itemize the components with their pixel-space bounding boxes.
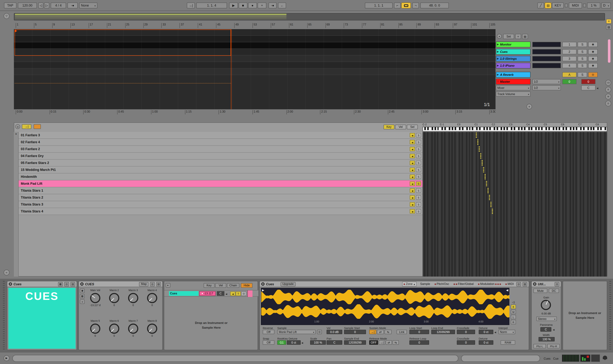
spinner-left-icon[interactable]: ◀ bbox=[301, 341, 303, 344]
black-key[interactable] bbox=[587, 127, 589, 130]
rootkey-detune-field[interactable]: 0 ct bbox=[287, 340, 301, 345]
device-header[interactable]: Util... ◎ bbox=[532, 281, 561, 287]
chain-row[interactable]: 01 Fanfare 3◀S bbox=[19, 132, 422, 139]
link-button[interactable]: Link bbox=[397, 330, 407, 334]
macro-knob[interactable] bbox=[128, 324, 138, 334]
notification-bell-icon[interactable] bbox=[603, 356, 607, 359]
chain-solo-button[interactable]: S bbox=[416, 154, 421, 158]
time-label[interactable]: 1:15 bbox=[185, 110, 192, 114]
chain-solo-button[interactable]: S bbox=[416, 209, 421, 213]
sampler-side-button-m[interactable]: M bbox=[511, 310, 516, 314]
bar-number[interactable]: 57 bbox=[271, 23, 275, 28]
view-toggle-r[interactable]: R bbox=[605, 87, 611, 92]
zone-marker[interactable] bbox=[483, 167, 484, 173]
bar-number[interactable]: 93 bbox=[435, 23, 439, 28]
device-header[interactable]: CUES Map ◎ ▤ bbox=[79, 281, 162, 287]
tab-key[interactable]: Key bbox=[204, 283, 215, 288]
hotswap-icon[interactable]: ◎ bbox=[588, 72, 598, 77]
fold-triangle-icon[interactable]: ▽ bbox=[4, 13, 10, 19]
zone-marker[interactable] bbox=[477, 140, 478, 145]
vertical-scrollbar[interactable] bbox=[608, 39, 611, 63]
zone-marker[interactable] bbox=[476, 133, 477, 138]
black-key[interactable] bbox=[518, 127, 520, 130]
loop-length-field[interactable]: 48. 0. 0 bbox=[420, 2, 449, 8]
arrangement-lane[interactable] bbox=[14, 68, 496, 75]
sustain-noloop-button[interactable]: →| bbox=[369, 330, 376, 334]
chain-activator-button[interactable]: ◀ bbox=[410, 133, 415, 137]
save-icon[interactable]: ▤ bbox=[523, 282, 527, 286]
chain-solo-button[interactable]: S bbox=[416, 202, 421, 207]
gain-value[interactable]: 6.00 dB bbox=[532, 312, 561, 315]
black-key[interactable] bbox=[600, 127, 602, 130]
sample-start-field[interactable]: 0 bbox=[344, 330, 366, 334]
black-key[interactable] bbox=[445, 127, 446, 130]
black-key[interactable] bbox=[573, 127, 574, 130]
bar-number[interactable]: 25 bbox=[125, 23, 129, 28]
clip-pad[interactable]: CUES bbox=[8, 288, 76, 349]
chain-row[interactable]: 05 Fanfare Stars 2◀S bbox=[19, 160, 422, 167]
chain-solo-button[interactable]: S bbox=[416, 140, 421, 144]
sampler-tab-midi[interactable]: MIDI bbox=[504, 282, 515, 286]
sampler-tab-sample[interactable]: Sample bbox=[419, 282, 431, 286]
chain-row[interactable]: Monk Pad Lift◀S bbox=[19, 180, 422, 187]
black-key[interactable] bbox=[538, 127, 540, 130]
routing-menu[interactable]: 1/2▾ bbox=[532, 85, 561, 90]
hotswap-icon[interactable]: ◎ bbox=[64, 282, 69, 286]
black-key[interactable] bbox=[452, 127, 453, 130]
macro-knob[interactable] bbox=[147, 324, 157, 334]
spinner-left-icon[interactable]: ◀ bbox=[494, 331, 496, 333]
black-key[interactable] bbox=[455, 127, 456, 130]
metronome-button[interactable]: ◦● bbox=[68, 2, 78, 8]
track-arm-button[interactable]: ◉ bbox=[588, 49, 598, 54]
nudge-up-button[interactable]: ▷ bbox=[44, 2, 49, 8]
chain-activator-button[interactable]: ◀ bbox=[410, 209, 415, 213]
track-play-icon[interactable]: ▶ bbox=[497, 73, 499, 76]
black-key[interactable] bbox=[462, 127, 463, 130]
bar-number[interactable]: 49 bbox=[234, 23, 239, 28]
black-key[interactable] bbox=[590, 127, 592, 130]
zone-marker[interactable] bbox=[482, 160, 483, 166]
sampler-side-button-r[interactable]: R bbox=[511, 320, 516, 324]
chain-activator-button[interactable]: ◀ bbox=[410, 175, 415, 179]
black-key[interactable] bbox=[556, 127, 557, 130]
bar-number[interactable]: 85 bbox=[398, 23, 403, 28]
hotswap-icon[interactable]: ◎ bbox=[516, 282, 521, 286]
zone-marker[interactable] bbox=[488, 188, 488, 194]
release-loop-field[interactable]: 0 bbox=[409, 340, 429, 345]
reverse-button[interactable]: Off bbox=[263, 330, 274, 334]
track-play-icon[interactable]: ▶ bbox=[497, 50, 499, 53]
loop-start-field[interactable]: 1. 1. 1 bbox=[365, 2, 393, 8]
rack-chain-pan[interactable]: C bbox=[217, 291, 224, 296]
bar-number[interactable]: 37 bbox=[180, 23, 184, 28]
chain-row[interactable]: Titania Stars 2◀S bbox=[19, 194, 422, 201]
bar-number[interactable]: 81 bbox=[380, 23, 384, 28]
follow-button[interactable]: →| bbox=[187, 2, 195, 8]
chain-row[interactable]: 04 Fanfare Dry◀S bbox=[19, 153, 422, 160]
master-pan-value[interactable]: C bbox=[581, 85, 596, 90]
track-play-icon[interactable]: ▶ bbox=[497, 57, 499, 60]
chain-activator-button[interactable]: ◀ bbox=[410, 182, 415, 186]
zone-marker[interactable] bbox=[492, 209, 493, 214]
tempo-field[interactable]: 120.00 bbox=[18, 2, 37, 8]
black-key[interactable] bbox=[558, 127, 560, 130]
black-key[interactable] bbox=[484, 127, 485, 130]
scale-field[interactable]: 100 % bbox=[310, 340, 326, 345]
loop-switch[interactable] bbox=[401, 2, 411, 8]
overdub-button[interactable]: + bbox=[258, 2, 266, 8]
save-icon[interactable]: ▤ bbox=[156, 282, 161, 286]
chain-activator-button[interactable]: ◀ bbox=[410, 195, 415, 200]
track-solo-button[interactable]: S bbox=[578, 72, 587, 77]
chain-activator-button[interactable]: ◀ bbox=[410, 168, 415, 172]
bar-number[interactable]: 17 bbox=[88, 23, 93, 28]
punch-in-button[interactable]: ⌐ bbox=[394, 2, 401, 8]
macro-knob[interactable] bbox=[90, 324, 100, 334]
macro-value[interactable]: 0 bbox=[124, 304, 142, 306]
track-solo-button[interactable]: S bbox=[578, 49, 587, 54]
black-key[interactable] bbox=[479, 127, 481, 130]
arrangement-lane[interactable] bbox=[14, 55, 496, 62]
spinner-left-icon[interactable]: ◀ bbox=[553, 328, 555, 331]
grid-icon[interactable]: ▦ bbox=[58, 282, 63, 286]
stop-button[interactable]: ■ bbox=[239, 2, 247, 8]
time-signature-field[interactable]: 4 / 4 bbox=[51, 2, 66, 8]
device-view-left-handle[interactable] bbox=[3, 281, 5, 350]
